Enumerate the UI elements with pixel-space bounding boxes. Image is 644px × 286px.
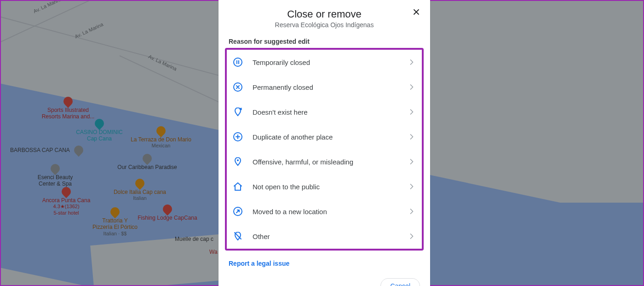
close-button[interactable] bbox=[410, 6, 423, 18]
x-circle-icon bbox=[231, 81, 244, 93]
reason-label: Offensive, harmful, or misleading bbox=[253, 158, 407, 166]
reason-moved[interactable]: Moved to a new location bbox=[227, 199, 422, 224]
chevron-right-icon bbox=[407, 82, 416, 92]
reason-label: Moved to a new location bbox=[253, 208, 407, 216]
close-icon bbox=[412, 7, 421, 17]
chevron-right-icon bbox=[407, 207, 416, 216]
reason-perm-closed[interactable]: Permanently closed bbox=[227, 75, 422, 99]
chevron-right-icon bbox=[407, 132, 416, 141]
modal-title: Close or remove bbox=[237, 8, 412, 20]
reasons-list: Temporarily closedPermanently closedDoes… bbox=[225, 48, 424, 251]
cancel-button[interactable]: Cancel bbox=[380, 278, 420, 286]
modal-footer: Cancel bbox=[218, 272, 430, 286]
plus-circle-icon bbox=[231, 130, 244, 143]
modal-place-name: Reserva Ecológica Ojos Indígenas bbox=[237, 21, 412, 29]
reason-label: Permanently closed bbox=[253, 83, 407, 91]
reason-label: Temporarily closed bbox=[253, 58, 407, 66]
close-or-remove-modal: Close or remove Reserva Ecológica Ojos I… bbox=[218, 0, 430, 286]
modal-header: Close or remove Reserva Ecológica Ojos I… bbox=[218, 0, 430, 31]
reason-section-title: Reason for suggested edit bbox=[218, 31, 430, 48]
reason-label: Doesn't exist here bbox=[253, 108, 407, 116]
reason-not-open[interactable]: Not open to the public bbox=[227, 174, 422, 199]
home-icon bbox=[231, 180, 244, 193]
chevron-right-icon bbox=[407, 182, 416, 191]
chevron-right-icon bbox=[407, 232, 416, 241]
shield-alert-icon bbox=[231, 155, 244, 168]
reason-label: Other bbox=[253, 233, 407, 240]
pause-icon bbox=[231, 56, 244, 69]
reason-offensive[interactable]: Offensive, harmful, or misleading bbox=[227, 149, 422, 174]
pin-x-icon bbox=[231, 105, 244, 118]
report-legal-issue-link[interactable]: Report a legal issue bbox=[218, 255, 430, 272]
chevron-right-icon bbox=[407, 58, 416, 67]
reason-doesnt-exist[interactable]: Doesn't exist here bbox=[227, 99, 422, 124]
reason-label: Not open to the public bbox=[253, 183, 407, 191]
reason-other[interactable]: Other bbox=[227, 224, 422, 249]
chevron-right-icon bbox=[407, 157, 416, 166]
reason-label: Duplicate of another place bbox=[253, 133, 407, 141]
share-arrow-icon bbox=[231, 205, 244, 218]
chevron-right-icon bbox=[407, 107, 416, 117]
pin-off-icon bbox=[231, 230, 244, 243]
reason-temp-closed[interactable]: Temporarily closed bbox=[227, 50, 422, 75]
reason-duplicate[interactable]: Duplicate of another place bbox=[227, 124, 422, 149]
